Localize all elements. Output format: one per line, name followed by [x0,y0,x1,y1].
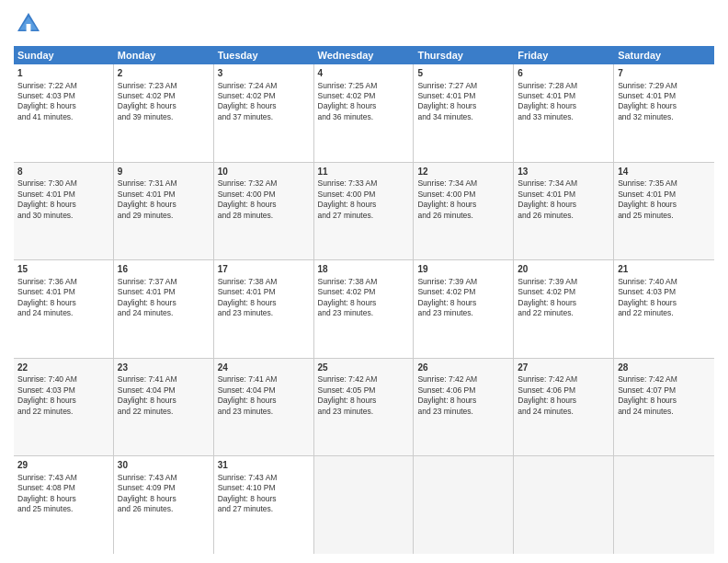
day-info-line: Sunset: 4:06 PM [518,385,609,396]
day-number: 31 [218,459,310,472]
day-info-line: and 23 minutes. [417,407,509,417]
day-info-line: and 26 minutes. [417,211,509,221]
day-info-line: and 30 minutes. [17,211,109,221]
day-number: 2 [118,67,210,80]
svg-rect-2 [27,24,31,31]
day-cell-14: 14Sunrise: 7:35 AMSunset: 4:01 PMDayligh… [614,163,714,260]
day-info-line: and 26 minutes. [118,504,210,514]
logo [14,9,47,39]
day-info-line: and 29 minutes. [118,211,210,221]
day-info-line: Sunset: 4:04 PM [218,385,310,396]
day-cell-31: 31Sunrise: 7:43 AMSunset: 4:10 PMDayligh… [214,456,314,554]
day-info-line: Sunset: 4:01 PM [518,190,609,200]
day-cell-22: 22Sunrise: 7:40 AMSunset: 4:03 PMDayligh… [14,359,114,456]
day-info-line: and 27 minutes. [318,211,410,221]
day-info-line: and 25 minutes. [17,504,109,514]
day-info-line: and 27 minutes. [218,504,310,514]
day-number: 8 [17,166,109,178]
day-info-line: Sunrise: 7:38 AM [218,277,310,287]
day-number: 30 [118,459,210,472]
day-info-line: Daylight: 8 hours [417,298,509,308]
day-info-line: Daylight: 8 hours [17,200,109,210]
day-cell-10: 10Sunrise: 7:32 AMSunset: 4:00 PMDayligh… [214,163,314,260]
day-info-line: Sunrise: 7:43 AM [17,473,109,483]
calendar-week-2: 8Sunrise: 7:30 AMSunset: 4:01 PMDaylight… [14,163,714,261]
day-info-line: and 22 minutes. [17,407,109,417]
day-number: 28 [618,362,711,374]
page: SundayMondayTuesdayWednesdayThursdayFrid… [0,0,728,563]
day-info-line: and 22 minutes. [618,308,711,318]
calendar-week-5: 29Sunrise: 7:43 AMSunset: 4:08 PMDayligh… [14,456,714,554]
day-cell-20: 20Sunrise: 7:39 AMSunset: 4:02 PMDayligh… [514,260,614,358]
day-info-line: and 23 minutes. [318,308,410,318]
day-info-line: and 23 minutes. [417,308,509,318]
day-cell-3: 3Sunrise: 7:24 AMSunset: 4:02 PMDaylight… [214,64,314,162]
header-day-wednesday: Wednesday [314,46,415,64]
day-info-line: Sunset: 4:07 PM [618,385,711,396]
day-info-line: and 24 minutes. [518,407,609,417]
day-info-line: Sunrise: 7:42 AM [318,374,410,385]
day-number: 11 [318,166,410,178]
header-day-monday: Monday [114,46,214,64]
day-info-line: Sunset: 4:01 PM [618,190,711,200]
empty-cell [514,456,614,554]
day-info-line: Sunrise: 7:33 AM [318,178,410,189]
day-info-line: Daylight: 8 hours [118,396,210,406]
day-info-line: Sunset: 4:02 PM [218,91,310,101]
day-info-line: Sunrise: 7:34 AM [518,178,609,189]
day-cell-5: 5Sunrise: 7:27 AMSunset: 4:01 PMDaylight… [414,64,514,162]
day-info-line: Sunset: 4:02 PM [417,287,509,297]
day-info-line: Daylight: 8 hours [218,298,310,308]
day-info-line: Sunrise: 7:29 AM [618,81,711,91]
day-cell-2: 2Sunrise: 7:23 AMSunset: 4:02 PMDaylight… [114,64,214,162]
day-info-line: Sunset: 4:02 PM [318,91,410,101]
day-info-line: Sunset: 4:01 PM [417,91,509,101]
day-info-line: Daylight: 8 hours [417,101,509,111]
day-number: 21 [618,263,711,276]
day-info-line: Sunset: 4:02 PM [318,287,410,297]
day-info-line: Sunset: 4:01 PM [518,91,609,101]
day-info-line: Sunrise: 7:39 AM [417,277,509,287]
day-cell-28: 28Sunrise: 7:42 AMSunset: 4:07 PMDayligh… [614,359,714,456]
calendar-week-4: 22Sunrise: 7:40 AMSunset: 4:03 PMDayligh… [14,359,714,457]
day-info-line: Daylight: 8 hours [618,200,711,210]
day-info-line: Daylight: 8 hours [118,101,210,111]
day-number: 26 [417,362,509,374]
day-info-line: and 39 minutes. [118,112,210,122]
calendar-week-1: 1Sunrise: 7:22 AMSunset: 4:03 PMDaylight… [14,64,714,163]
day-info-line: and 32 minutes. [618,112,711,122]
day-cell-11: 11Sunrise: 7:33 AMSunset: 4:00 PMDayligh… [314,163,415,260]
day-cell-8: 8Sunrise: 7:30 AMSunset: 4:01 PMDaylight… [14,163,114,260]
day-info-line: Sunrise: 7:42 AM [417,374,509,385]
day-info-line: Sunrise: 7:35 AM [618,178,711,189]
logo-icon [14,9,43,39]
calendar: SundayMondayTuesdayWednesdayThursdayFrid… [14,46,714,554]
day-info-line: Daylight: 8 hours [118,298,210,308]
day-cell-29: 29Sunrise: 7:43 AMSunset: 4:08 PMDayligh… [14,456,114,554]
day-cell-24: 24Sunrise: 7:41 AMSunset: 4:04 PMDayligh… [214,359,314,456]
day-cell-4: 4Sunrise: 7:25 AMSunset: 4:02 PMDaylight… [314,64,415,162]
day-cell-7: 7Sunrise: 7:29 AMSunset: 4:01 PMDaylight… [614,64,714,162]
day-info-line: and 24 minutes. [618,407,711,417]
empty-cell [414,456,514,554]
day-info-line: Daylight: 8 hours [218,101,310,111]
day-cell-6: 6Sunrise: 7:28 AMSunset: 4:01 PMDaylight… [514,64,614,162]
day-info-line: Sunset: 4:00 PM [218,190,310,200]
day-info-line: Sunrise: 7:28 AM [518,81,609,91]
day-number: 16 [118,263,210,276]
day-info-line: Sunrise: 7:38 AM [318,277,410,287]
day-info-line: Sunrise: 7:41 AM [118,374,210,385]
day-cell-27: 27Sunrise: 7:42 AMSunset: 4:06 PMDayligh… [514,359,614,456]
header-day-saturday: Saturday [614,46,714,64]
day-cell-15: 15Sunrise: 7:36 AMSunset: 4:01 PMDayligh… [14,260,114,358]
day-info-line: Daylight: 8 hours [417,200,509,210]
day-info-line: and 24 minutes. [118,308,210,318]
day-cell-16: 16Sunrise: 7:37 AMSunset: 4:01 PMDayligh… [114,260,214,358]
day-info-line: Daylight: 8 hours [318,298,410,308]
day-info-line: and 34 minutes. [417,112,509,122]
header-day-friday: Friday [514,46,614,64]
day-info-line: Daylight: 8 hours [118,200,210,210]
day-number: 14 [618,166,711,178]
day-info-line: Sunset: 4:01 PM [17,287,109,297]
day-info-line: Sunset: 4:01 PM [118,287,210,297]
